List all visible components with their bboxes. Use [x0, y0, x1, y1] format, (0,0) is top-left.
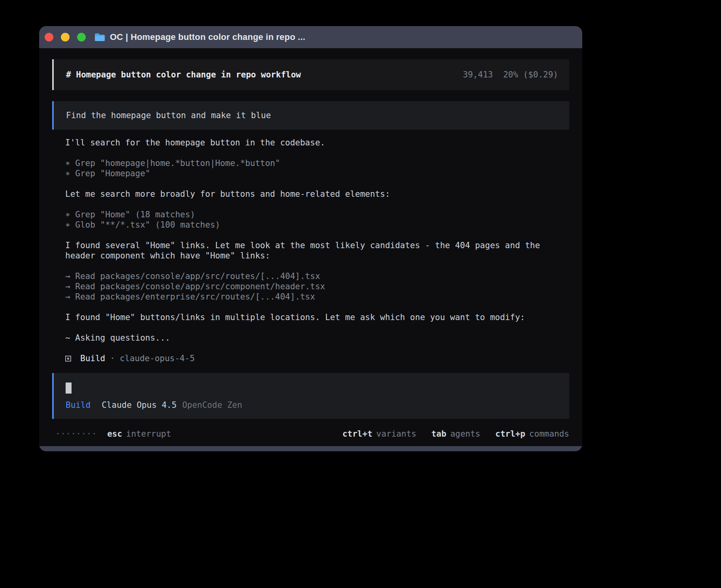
context-usage: 20% ($0.29) [503, 70, 558, 80]
assistant-text: header component which have "Home" links… [65, 251, 569, 261]
terminal-content: # Homepage button color change in repo w… [39, 48, 582, 446]
provider-label: OpenCode Zen [182, 400, 242, 410]
session-title: # Homepage button color change in repo w… [66, 70, 301, 80]
tool-call-grep: ∗ Grep "Homepage" [65, 168, 569, 179]
assistant-text: I found "Home" buttons/links in multiple… [65, 312, 569, 322]
text-cursor [66, 383, 72, 394]
tool-call-glob: ∗ Glob "**/*.tsx" (100 matches) [65, 220, 569, 230]
tool-call-read: → Read packages/enterprise/src/routes/[.… [65, 292, 569, 302]
minimize-window-button[interactable] [61, 33, 70, 41]
close-window-button[interactable] [45, 33, 53, 41]
session-header: # Homepage button color change in repo w… [52, 59, 569, 90]
spinner-dots: ········ [55, 429, 97, 439]
esc-key-hint: esc [107, 429, 122, 439]
token-count: 39,413 [463, 70, 493, 80]
user-message: Find the homepage button and make it blu… [52, 101, 569, 130]
zoom-window-button[interactable] [77, 33, 86, 41]
traffic-lights [45, 33, 86, 41]
folder-icon [94, 33, 105, 41]
mode-label[interactable]: Build [66, 400, 91, 410]
tool-call-read: → Read packages/console/app/src/routes/[… [65, 271, 569, 281]
assistant-text: I found several "Home" links. Let me loo… [65, 240, 569, 251]
shortcut-key: ctrl+t [342, 429, 372, 439]
shortcut-label: agents [450, 429, 480, 439]
status-bar: ········ esc interrupt ctrl+t variants t… [39, 429, 582, 446]
terminal-window: OC | Homepage button color change in rep… [39, 26, 582, 451]
tool-call-grep: ∗ Grep "Home" (18 matches) [65, 209, 569, 220]
tool-call-read: → Read packages/console/app/src/componen… [65, 281, 569, 292]
user-message-text: Find the homepage button and make it blu… [66, 110, 271, 121]
tool-call-grep: ∗ Grep "homepage|home.*button|Home.*butt… [65, 158, 569, 168]
shortcut-key: tab [431, 429, 446, 439]
input-mode-line: Build Claude Opus 4.5 OpenCode Zen [66, 400, 569, 410]
esc-key-label: interrupt [126, 429, 171, 439]
assistant-transcript: I'll search for the homepage button in t… [52, 130, 569, 364]
prompt-input[interactable]: Build Claude Opus 4.5 OpenCode Zen [52, 373, 569, 419]
assistant-text: I'll search for the homepage button in t… [65, 138, 569, 148]
shortcut-variants: ctrl+t variants [342, 429, 416, 439]
agent-status-line: Build · claude-opus-4-5 [65, 353, 569, 364]
model-label[interactable]: Claude Opus 4.5 [102, 400, 177, 410]
agent-icon [65, 356, 71, 362]
shortcut-agents: tab agents [431, 429, 480, 439]
session-stats: 39,413 20% ($0.29) [463, 70, 558, 80]
shortcut-key: ctrl+p [495, 429, 525, 439]
session-scroll-area[interactable]: # Homepage button color change in repo w… [39, 48, 582, 429]
window-titlebar[interactable]: OC | Homepage button color change in rep… [39, 26, 582, 48]
separator-dot: · [110, 353, 115, 364]
shortcut-label: variants [376, 429, 416, 439]
window-title: OC | Homepage button color change in rep… [110, 32, 305, 42]
shortcut-commands: ctrl+p commands [495, 429, 569, 439]
agent-name: Build [80, 353, 105, 364]
agent-model: claude-opus-4-5 [120, 353, 195, 364]
shortcut-label: commands [529, 429, 569, 439]
assistant-status: ~ Asking questions... [65, 333, 569, 343]
assistant-text: Let me search more broadly for buttons a… [65, 189, 569, 199]
